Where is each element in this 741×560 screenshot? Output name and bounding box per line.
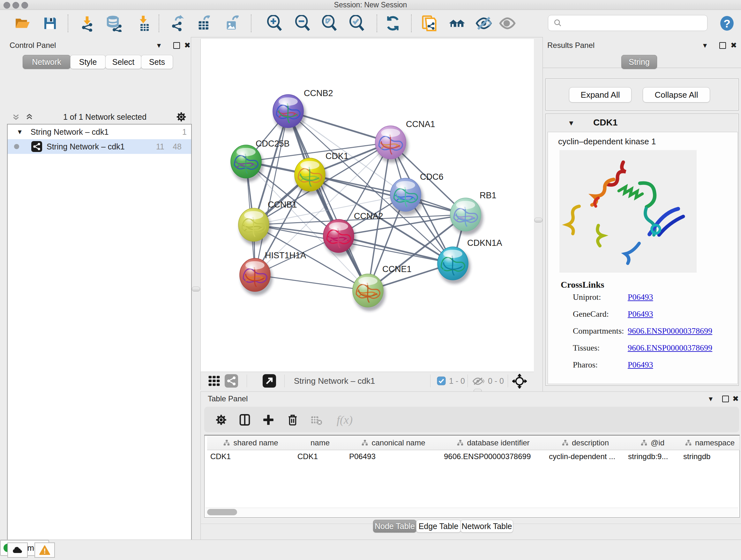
statusbar-separator <box>284 374 285 387</box>
zoom-fit-icon[interactable] <box>321 14 339 32</box>
save-session-icon[interactable] <box>41 14 59 32</box>
panel-menu-caret-icon[interactable]: ▾ <box>157 42 161 49</box>
network-edge[interactable] <box>288 111 368 291</box>
hidden-eye-slash-icon[interactable] <box>472 376 485 386</box>
column-header-name[interactable]: name <box>294 435 346 450</box>
expand-all-networks-icon[interactable] <box>25 113 34 121</box>
column-header-canonical-name[interactable]: canonical name <box>346 435 441 450</box>
zoom-in-icon[interactable] <box>266 14 284 32</box>
column-header-namespace[interactable]: namespace <box>680 435 740 450</box>
collapse-all-button[interactable]: Collapse All <box>643 87 710 103</box>
table-cell[interactable]: P06493 <box>346 450 441 463</box>
panel-close-icon[interactable]: ✖ <box>731 42 737 49</box>
zoom-selected-icon[interactable] <box>348 14 366 32</box>
column-header-shared-name[interactable]: shared name <box>207 435 294 450</box>
show-graphics-details-icon[interactable] <box>498 14 516 32</box>
tab-network[interactable]: Network <box>23 55 71 69</box>
tab-node-table[interactable]: Node Table <box>373 520 416 533</box>
panel-close-icon[interactable]: ✖ <box>732 395 739 402</box>
panel-close-icon[interactable]: ✖ <box>184 42 191 49</box>
tab-style[interactable]: Style <box>70 55 106 69</box>
delete-column-trash-icon[interactable] <box>285 412 300 428</box>
tab-select[interactable]: Select <box>105 55 141 69</box>
import-table-icon[interactable] <box>135 14 153 32</box>
expand-all-button[interactable]: Expand All <box>569 87 631 103</box>
import-network-database-icon[interactable] <box>105 14 123 32</box>
panel-menu-caret-icon[interactable]: ▾ <box>709 395 713 402</box>
table-cell[interactable]: CDK1 <box>207 450 294 463</box>
right-splitter-handle[interactable] <box>534 218 542 223</box>
zoom-out-icon[interactable] <box>294 14 312 32</box>
table-cell[interactable]: stringdb:9... <box>625 450 680 463</box>
network-row-selected[interactable]: String Network – cdk1 11 48 <box>8 139 191 154</box>
crosslink-link[interactable]: P06493 <box>628 360 653 370</box>
crosslink-link[interactable]: P06493 <box>628 293 653 302</box>
column-header-database-identifier[interactable]: database identifier <box>441 435 546 450</box>
export-network-icon[interactable] <box>168 14 186 32</box>
network-node-CDK1[interactable] <box>294 158 327 195</box>
network-node-CCNB2[interactable] <box>273 95 306 132</box>
panel-float-icon[interactable] <box>173 42 180 49</box>
selected-checkbox-icon[interactable] <box>437 376 446 385</box>
table-cell[interactable]: 9606.ENSP00000378699 <box>441 450 546 463</box>
column-header-@id[interactable]: @id <box>625 435 680 450</box>
crosslink-link[interactable]: 9606.ENSP00000378699 <box>628 326 712 336</box>
table-settings-gear-icon[interactable] <box>213 412 229 428</box>
horizontal-scrollbar[interactable] <box>205 508 738 516</box>
grid-view-icon[interactable] <box>208 375 220 387</box>
left-splitter-handle[interactable] <box>192 287 200 292</box>
open-in-new-window-icon[interactable] <box>263 374 276 388</box>
crosslink-link[interactable]: 9606.ENSP00000378699 <box>628 343 712 353</box>
panel-float-icon[interactable] <box>719 42 726 49</box>
protein-detail-card: cyclin–dependent kinase 1 <box>548 132 738 384</box>
tab-sets[interactable]: Sets <box>141 55 173 69</box>
scrollbar-thumb[interactable] <box>207 509 237 515</box>
export-table-icon[interactable] <box>195 14 213 32</box>
network-node-HIST1H1A[interactable] <box>240 258 273 295</box>
network-node-CCNE1[interactable] <box>353 274 386 311</box>
import-network-file-icon[interactable] <box>78 14 96 32</box>
column-type-icon <box>457 439 464 446</box>
crosslink-link[interactable]: P06493 <box>628 309 653 319</box>
network-options-gear-icon[interactable] <box>176 111 187 122</box>
tab-edge-table[interactable]: Edge Table <box>416 520 461 533</box>
network-node-label: CCNB2 <box>304 88 333 98</box>
panel-menu-caret-icon[interactable]: ▾ <box>703 42 707 49</box>
refresh-layout-icon[interactable] <box>384 14 402 32</box>
search-field[interactable] <box>548 15 708 31</box>
export-image-icon[interactable] <box>223 14 241 32</box>
table-cell[interactable]: cyclin-dependent ... <box>546 450 625 463</box>
tree-expand-caret-icon[interactable]: ▼ <box>17 128 23 136</box>
birdseye-crosshair-icon[interactable] <box>512 374 527 388</box>
new-network-from-selection-icon[interactable] <box>420 14 438 32</box>
network-node-RB1[interactable] <box>450 198 483 235</box>
protein-collapse-caret-icon[interactable]: ▼ <box>568 119 575 127</box>
network-view-share-icon[interactable] <box>225 374 238 388</box>
network-canvas[interactable]: CCNB2CCNA1CDC25BCDK1CDC6RB1CCNB1CCNA2CDK… <box>200 39 534 372</box>
open-session-icon[interactable] <box>13 14 31 32</box>
column-header-description[interactable]: description <box>546 435 625 450</box>
network-overview-icon[interactable] <box>448 14 466 32</box>
tab-network-table[interactable]: Network Table <box>461 520 513 533</box>
delete-table-icon[interactable] <box>308 412 324 428</box>
show-columns-icon[interactable] <box>237 412 253 428</box>
table-cell[interactable]: stringdb <box>680 450 739 463</box>
svg-text:?: ? <box>724 17 731 30</box>
network-node-CDC25B[interactable] <box>231 145 264 182</box>
search-input[interactable] <box>565 16 707 30</box>
collapse-all-networks-icon[interactable] <box>11 113 20 121</box>
network-collection-row[interactable]: ▼ String Network – cdk1 1 <box>8 125 191 139</box>
function-builder-icon[interactable]: f(x) <box>332 412 357 428</box>
network-node-CCNA2[interactable] <box>323 219 356 256</box>
network-node-CCNA1[interactable] <box>375 126 408 163</box>
network-node-CDKN1A[interactable] <box>437 247 470 284</box>
add-column-plus-icon[interactable] <box>260 412 276 428</box>
cloud-status-button[interactable] <box>7 543 28 558</box>
warning-status-button[interactable] <box>35 543 55 558</box>
hide-show-graphics-icon[interactable] <box>475 14 493 32</box>
tab-string[interactable]: String <box>621 55 657 69</box>
table-cell[interactable]: CDK1 <box>294 450 346 463</box>
help-icon[interactable]: ? <box>718 14 736 32</box>
panel-float-icon[interactable] <box>722 395 729 402</box>
crosslinks-list: Uniprot:P06493GeneCard:P06493Compartment… <box>548 293 738 377</box>
